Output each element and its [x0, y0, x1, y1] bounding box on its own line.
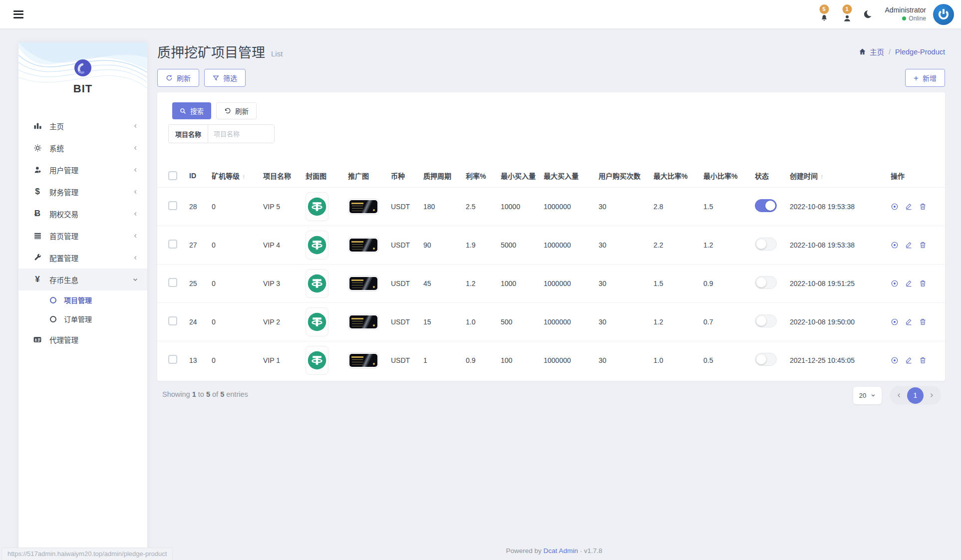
edit-icon[interactable]: [905, 318, 913, 325]
row-checkbox[interactable]: [168, 278, 177, 287]
edit-icon[interactable]: [905, 356, 913, 364]
per-page-select[interactable]: 20: [853, 387, 882, 404]
view-icon[interactable]: [891, 241, 899, 249]
select-all-checkbox[interactable]: [168, 171, 177, 180]
sidebar-item-label: 配置管理: [49, 253, 78, 263]
status-toggle[interactable]: [755, 199, 777, 212]
col-header-id: ID: [185, 164, 208, 187]
create-button[interactable]: + 新增: [905, 69, 945, 87]
status-toggle[interactable]: [755, 353, 777, 366]
view-icon[interactable]: [891, 318, 899, 326]
edit-icon[interactable]: [905, 203, 913, 210]
sidebar-item-config[interactable]: 配置管理: [18, 247, 147, 269]
project-name-input[interactable]: [208, 125, 274, 143]
breadcrumb-current[interactable]: Pledge-Product: [895, 48, 945, 56]
user-badge-icon: [32, 166, 42, 174]
delete-icon[interactable]: [919, 318, 927, 325]
sidebar-subitem-project-mgmt[interactable]: 项目管理: [18, 290, 147, 309]
sidebar-item-staking[interactable]: ¥ 存币生息: [18, 269, 147, 290]
search-button[interactable]: 搜索: [172, 102, 211, 119]
promo-image[interactable]: [348, 237, 379, 253]
chevron-down-icon: [871, 393, 876, 398]
user-notifications[interactable]: 1: [839, 4, 855, 24]
edit-icon[interactable]: [905, 280, 913, 287]
sidebar-item-label: 首页管理: [49, 231, 78, 241]
cover-image[interactable]: [306, 269, 328, 298]
row-checkbox[interactable]: [168, 355, 177, 364]
edit-icon[interactable]: [905, 241, 913, 249]
breadcrumb-home[interactable]: 主页: [870, 46, 884, 57]
status-toggle[interactable]: [755, 276, 777, 289]
filter-button[interactable]: 筛选: [204, 69, 246, 87]
delete-icon[interactable]: [919, 203, 927, 210]
list-icon: [32, 232, 42, 240]
status-toggle[interactable]: [755, 314, 777, 327]
user-menu[interactable]: Administrator Online: [885, 6, 926, 22]
promo-image[interactable]: [348, 276, 379, 291]
page-number-current[interactable]: 1: [907, 387, 924, 404]
footer: Powered by Dcat Admin · v1.7.8: [147, 547, 961, 555]
notifications-bell[interactable]: 5: [816, 4, 832, 24]
sidebar-subitem-order-mgmt[interactable]: 订单管理: [18, 309, 147, 328]
refresh-icon: [166, 74, 173, 81]
bell-icon: [820, 14, 828, 23]
prev-page-button[interactable]: [892, 392, 906, 398]
bitcoin-icon: Ƀ: [32, 209, 42, 219]
view-icon[interactable]: [891, 203, 899, 211]
sidebar-subitem-label: 订单管理: [64, 314, 92, 324]
version-label: v1.7.8: [584, 547, 603, 555]
col-header-level[interactable]: 矿机等级↑: [208, 164, 259, 187]
next-page-button[interactable]: [925, 392, 939, 398]
sidebar-item-agent-mgmt[interactable]: 代理管理: [18, 328, 147, 350]
dark-mode-toggle[interactable]: [862, 8, 875, 21]
sidebar-item-label: 用户管理: [49, 165, 78, 175]
sidebar-toggle-button[interactable]: [13, 10, 23, 18]
user-icon: [843, 14, 851, 23]
notification-count-badge: 5: [819, 4, 829, 14]
table-header-row: ID 矿机等级↑ 项目名称 封面图 推广图 币种 质押周期 利率% 最小买入量 …: [157, 164, 945, 187]
promo-image[interactable]: [348, 314, 379, 330]
username: Administrator: [885, 6, 926, 15]
view-icon[interactable]: [891, 356, 899, 364]
entries-summary: Showing 1 to 5 of 5 entries: [162, 390, 248, 398]
sidebar-item-finance[interactable]: $ 财务管理: [18, 181, 147, 203]
col-header-actions: 操作: [887, 164, 945, 187]
status-toggle[interactable]: [755, 238, 777, 251]
promo-image[interactable]: [348, 199, 379, 215]
col-header-rate: 利率%: [462, 164, 497, 187]
row-checkbox[interactable]: [168, 316, 177, 325]
row-checkbox[interactable]: [168, 240, 177, 249]
online-status-label: Online: [909, 15, 926, 22]
chevron-left-icon: [133, 167, 138, 173]
refresh-button[interactable]: 刷新: [157, 69, 199, 87]
dcat-admin-link[interactable]: Dcat Admin: [544, 547, 578, 555]
col-header-min-buy: 最小买入量: [497, 164, 540, 187]
delete-icon[interactable]: [919, 280, 927, 287]
logo[interactable]: BIT: [18, 42, 147, 115]
wrench-icon: [32, 254, 42, 262]
view-icon[interactable]: [891, 280, 899, 287]
sidebar-item-label: 代理管理: [49, 334, 78, 345]
sidebar-item-home[interactable]: 主页: [18, 115, 147, 137]
chevron-left-icon: [133, 123, 138, 129]
cover-image[interactable]: [306, 192, 328, 221]
avatar[interactable]: [933, 4, 954, 25]
circle-icon: [50, 297, 56, 303]
cover-image[interactable]: [306, 307, 328, 336]
row-checkbox[interactable]: [168, 201, 177, 210]
cover-image[interactable]: [306, 231, 328, 260]
col-header-created[interactable]: 创建时间↑: [786, 164, 887, 187]
online-dot: [902, 16, 906, 20]
delete-icon[interactable]: [919, 356, 927, 364]
sidebar-item-label: 主页: [49, 121, 64, 131]
promo-image[interactable]: [348, 352, 379, 368]
sidebar-item-system[interactable]: 系统: [18, 137, 147, 159]
sidebar-item-users[interactable]: 用户管理: [18, 159, 147, 181]
delete-icon[interactable]: [919, 241, 927, 249]
cover-image[interactable]: [306, 346, 328, 375]
chevron-left-icon: [896, 392, 902, 398]
sidebar-item-homepage-mgmt[interactable]: 首页管理: [18, 225, 147, 247]
col-header-times: 用户购买次数: [595, 164, 649, 187]
sidebar-item-options-trading[interactable]: Ƀ 期权交易: [18, 203, 147, 225]
reset-filter-button[interactable]: 刷新: [216, 102, 257, 119]
